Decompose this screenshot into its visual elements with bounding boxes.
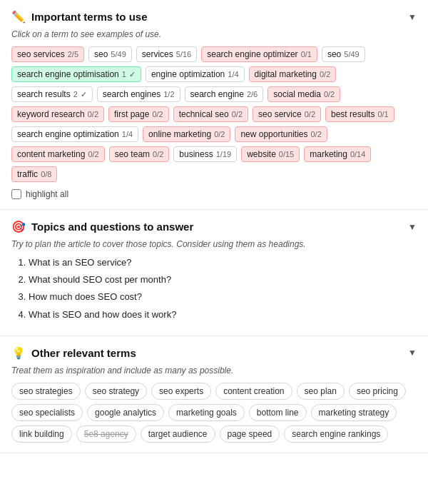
term-label: seo service [258,109,302,119]
other-terms-header[interactable]: 💡 Other relevant terms ▼ [11,346,417,360]
term-pill[interactable]: seo service0/2 [253,106,321,122]
term-count: 0/2 [214,130,225,138]
other-term-pill[interactable]: target audience [141,425,215,443]
other-term-pill[interactable]: link building [11,425,72,443]
other-terms-subtitle: Treat them as inspiration and include as… [11,366,417,376]
term-pill[interactable]: search engine optimization1/4 [11,126,138,142]
term-pill[interactable]: engine optimization1/4 [146,66,245,82]
term-pill[interactable]: seo5/49 [322,46,365,62]
other-term-pill[interactable]: seo specialists [11,404,83,421]
term-label: content marketing [17,149,85,159]
term-label: seo [94,49,108,59]
topics-subtitle: Try to plan the article to cover those t… [11,239,417,249]
term-pill[interactable]: best results0/1 [325,106,394,122]
important-terms-subtitle: Click on a term to see examples of use. [11,29,417,39]
bulb-icon: 💡 [11,346,26,360]
term-label: search engines [103,89,160,99]
topic-item: What is an SEO service? [29,256,417,269]
term-pill[interactable]: search engine optimisation1✓ [11,66,141,82]
term-label: social media [273,89,321,99]
term-pill[interactable]: website0/15 [241,146,300,162]
target-icon: 🎯 [11,220,26,233]
term-count: 0/2 [310,130,321,138]
term-count: 0/1 [301,50,312,59]
other-term-pill[interactable]: seo pricing [349,383,406,400]
term-label: online marketing [148,129,211,139]
term-pill[interactable]: marketing0/14 [304,146,371,162]
other-term-pill[interactable]: 5e8 agency [76,425,136,443]
term-label: search engine optimizer [207,49,297,59]
other-terms-section: 💡 Other relevant terms ▼ Treat them as i… [0,336,428,453]
term-label: technical seo [179,109,229,119]
term-pill[interactable]: digital marketing0/2 [249,66,337,82]
term-count: 1/4 [228,70,238,79]
term-pill[interactable]: traffic0/8 [11,166,57,182]
term-pill[interactable]: first page0/2 [108,106,169,122]
term-label: digital marketing [255,69,317,79]
term-label: seo services [17,49,65,59]
term-label: first page [114,109,149,119]
other-term-pill[interactable]: marketing strategy [311,404,397,421]
term-pill[interactable]: seo services2/5 [11,46,84,62]
term-pill[interactable]: seo5/49 [88,46,132,62]
term-pill[interactable]: seo team0/2 [109,146,170,162]
term-pill[interactable]: keyword research0/2 [11,106,104,122]
other-term-pill[interactable]: content creation [215,383,292,400]
term-count: 1/19 [216,150,231,158]
term-pill[interactable]: search engine2/6 [185,86,264,102]
term-pill[interactable]: business1/19 [173,146,237,162]
term-label: traffic [17,169,38,179]
other-terms-title: 💡 Other relevant terms [11,346,136,360]
important-terms-title: ✏️ Important terms to use [11,10,148,24]
other-terms-container: seo strategiesseo strategyseo expertscon… [11,383,417,443]
topics-header[interactable]: 🎯 Topics and questions to answer ▼ [11,220,417,233]
term-pill[interactable]: search results2✓ [11,86,93,102]
other-term-pill[interactable]: google analytics [87,404,164,421]
topics-chevron: ▼ [408,222,417,232]
term-label: search engine optimisation [17,69,119,79]
other-term-pill[interactable]: search engine rankings [284,425,388,443]
term-count: 0/2 [88,110,98,119]
term-pill[interactable]: social media0/2 [268,86,340,102]
important-terms-chevron: ▼ [408,12,417,22]
term-count: 0/2 [153,150,163,158]
term-label: best results [331,109,374,119]
term-label: services [142,49,173,59]
topic-item: What is SEO and how does it work? [29,308,417,321]
term-count: 0/1 [377,110,388,119]
term-check: ✓ [81,90,87,99]
term-label: keyword research [17,109,85,119]
topic-item: What should SEO cost per month? [29,273,417,286]
term-label: search engine [190,89,244,99]
term-pill[interactable]: online marketing0/2 [143,126,230,142]
other-term-pill[interactable]: seo plan [297,383,345,400]
term-count: 1 [122,70,126,79]
term-count: 5/49 [344,50,359,59]
term-count: 0/2 [324,90,335,99]
other-term-pill[interactable]: seo strategy [85,383,147,400]
term-count: 0/2 [232,110,243,119]
term-pill[interactable]: new opportunities0/2 [235,126,327,142]
term-pill[interactable]: services5/16 [136,46,197,62]
highlight-all-checkbox[interactable] [11,189,21,199]
topics-title: 🎯 Topics and questions to answer [11,220,193,233]
term-label: engine optimization [151,69,225,79]
term-count: 1/4 [122,130,133,138]
term-pill[interactable]: search engines1/2 [97,86,180,102]
other-term-pill[interactable]: bottom line [249,404,307,421]
term-count: 5/16 [176,50,191,59]
other-term-pill[interactable]: page speed [220,425,280,443]
other-term-pill[interactable]: marketing goals [168,404,245,421]
term-pill[interactable]: search engine optimizer0/1 [201,46,317,62]
term-pill[interactable]: technical seo0/2 [173,106,248,122]
term-label: website [247,149,276,159]
term-count: 0/2 [305,110,315,119]
term-count: 2/6 [247,90,258,99]
other-term-pill[interactable]: seo experts [151,383,211,400]
other-term-pill[interactable]: seo strategies [11,383,81,400]
term-pill[interactable]: content marketing0/2 [11,146,105,162]
term-count: 0/2 [88,150,98,158]
topics-section: 🎯 Topics and questions to answer ▼ Try t… [0,210,428,336]
term-label: seo team [115,149,150,159]
important-terms-header[interactable]: ✏️ Important terms to use ▼ [11,10,417,24]
